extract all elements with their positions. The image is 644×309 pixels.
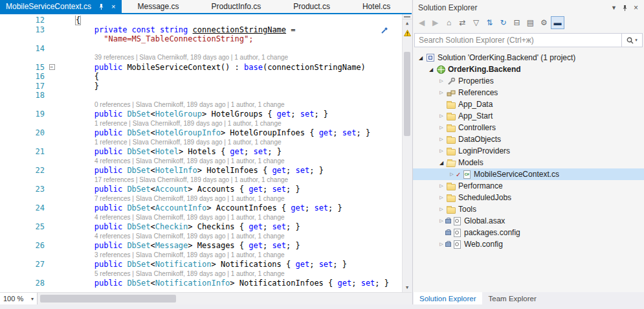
code-text[interactable]: public DbSet<Checkin> Checkins { get; se… bbox=[57, 222, 402, 232]
expand-arrow-icon[interactable]: ▷ bbox=[438, 242, 445, 247]
search-button[interactable]: ▾ bbox=[621, 34, 642, 47]
codelens-text[interactable]: 17 references | Slava Chernikoff, 189 da… bbox=[57, 176, 402, 185]
sync-with-active-document-button[interactable]: ⇅ bbox=[483, 16, 496, 29]
tree-item-solution-orderking-backend-1-project[interactable]: ◢Solution 'OrderKing.Backend' (1 project… bbox=[413, 52, 644, 63]
tree-item-loginproviders[interactable]: ▷LoginProviders bbox=[413, 145, 644, 157]
codelens-text[interactable]: 3 references | Slava Chernikoff, 189 day… bbox=[57, 251, 402, 260]
code-text[interactable]: public DbSet<HotelGroupInfo> HotelGroupI… bbox=[57, 128, 402, 138]
panel-tab-team-explorer[interactable]: Team Explorer bbox=[483, 292, 542, 304]
code-text[interactable]: } bbox=[57, 82, 402, 91]
tree-item-app-start[interactable]: ▷App_Start bbox=[413, 110, 644, 122]
collapse-all-button[interactable]: ⊟ bbox=[510, 16, 524, 29]
close-icon[interactable]: × bbox=[111, 3, 115, 10]
codelens-text[interactable]: 7 references | Slava Chernikoff, 189 day… bbox=[57, 194, 402, 204]
code-text[interactable] bbox=[57, 91, 402, 100]
expand-arrow-icon[interactable]: ▷ bbox=[438, 78, 445, 84]
scroll-up-icon[interactable]: ▲ bbox=[403, 19, 412, 28]
close-icon[interactable]: × bbox=[630, 3, 641, 12]
tree-item-packages-config[interactable]: packages.config bbox=[413, 227, 644, 238]
expand-arrow-icon[interactable]: ▷ bbox=[438, 90, 445, 95]
expand-arrow-icon[interactable]: ▷ bbox=[438, 207, 445, 212]
expand-arrow-icon[interactable]: ▷ bbox=[438, 125, 445, 130]
warning-icon[interactable] bbox=[404, 29, 411, 38]
code-text[interactable]: "Name=MS_TableConnectionString"; bbox=[57, 34, 402, 44]
code-text[interactable]: public MobileServiceContext() : base(con… bbox=[57, 63, 402, 73]
code-text[interactable]: public DbSet<Notification> Notifications… bbox=[57, 260, 402, 269]
tree-item-references[interactable]: ▷References bbox=[413, 87, 644, 98]
expand-arrow-icon[interactable]: ▷ bbox=[438, 113, 445, 119]
folder-icon bbox=[445, 135, 457, 144]
zoom-control[interactable]: 100 % ▾ bbox=[0, 293, 38, 304]
code-text[interactable]: public DbSet<NotificationInfo> Notificat… bbox=[57, 279, 402, 288]
expand-arrow-icon[interactable]: ▷ bbox=[438, 148, 445, 154]
tab-message-cs[interactable]: Message.cs bbox=[122, 0, 195, 13]
tab-hotel-cs[interactable]: Hotel.cs bbox=[346, 0, 406, 13]
tree-item-orderking-backend[interactable]: ◢OrderKing.Backend bbox=[413, 63, 644, 75]
line-number: 12 bbox=[0, 16, 47, 25]
window-menu-icon[interactable]: ▼ bbox=[608, 5, 619, 11]
editor-body[interactable]: 12 {13 private const string connectionSt… bbox=[0, 14, 412, 292]
scroll-down-icon[interactable]: ▼ bbox=[403, 284, 412, 292]
codelens-text[interactable]: 1 reference | Slava Chernikoff, 189 days… bbox=[57, 138, 402, 148]
tree-item-models[interactable]: ◢Models bbox=[413, 157, 644, 168]
pin-icon[interactable] bbox=[619, 5, 630, 12]
codelens-text[interactable]: 5 references | Slava Chernikoff, 189 day… bbox=[57, 269, 402, 279]
properties-button[interactable]: ⚙ bbox=[537, 16, 551, 29]
pin-icon[interactable] bbox=[96, 3, 107, 10]
code-text[interactable]: public DbSet<Account> Accounts { get; se… bbox=[57, 185, 402, 194]
panel-tab-solution-explorer[interactable]: Solution Explorer bbox=[414, 292, 482, 304]
show-all-files-button[interactable]: ▤ bbox=[524, 16, 537, 29]
preview-selected-items-button[interactable]: ▬ bbox=[551, 16, 564, 29]
tab-productinfo-cs[interactable]: ProductInfo.cs bbox=[195, 0, 278, 13]
back-button[interactable]: ◀ bbox=[415, 16, 428, 29]
tree-item-properties[interactable]: ▷Properties bbox=[413, 75, 644, 87]
codelens-text[interactable]: 1 reference | Slava Chernikoff, 189 days… bbox=[57, 119, 402, 129]
tree-item-mobileservicecontext-cs[interactable]: ▷✓C#MobileServiceContext.cs bbox=[413, 168, 644, 180]
code-text[interactable]: public DbSet<HotelInfo> HotelInfoes { ge… bbox=[57, 166, 402, 176]
tree-item-dataobjects[interactable]: ▷DataObjects bbox=[413, 133, 644, 145]
tree-item-web-config[interactable]: ▷Web.config bbox=[413, 238, 644, 250]
codelens-text[interactable]: 4 references | Slava Chernikoff, 189 day… bbox=[57, 157, 402, 166]
search-input[interactable] bbox=[415, 36, 621, 45]
splitter-handle-icon[interactable] bbox=[403, 14, 412, 19]
code-text[interactable]: public DbSet<Hotel> Hotels { get; set; } bbox=[57, 147, 402, 157]
tree-item-app-data[interactable]: App_Data bbox=[413, 98, 644, 110]
editor-vscrollbar[interactable]: ▲ ▼ bbox=[402, 14, 412, 292]
vscrollbar-thumb[interactable] bbox=[404, 52, 410, 136]
codelens-text[interactable]: 0 references | Slava Chernikoff, 189 day… bbox=[57, 100, 402, 110]
expand-arrow-icon[interactable]: ▷ bbox=[438, 218, 445, 223]
code-text[interactable]: { bbox=[57, 72, 402, 82]
code-text[interactable]: { bbox=[57, 16, 402, 25]
editor-hscrollbar[interactable] bbox=[38, 293, 412, 304]
expand-arrow-icon[interactable]: ▷ bbox=[438, 195, 445, 200]
codelens-text[interactable]: 4 references | Slava Chernikoff, 189 day… bbox=[57, 232, 402, 242]
code-text[interactable]: public DbSet<HotelGroup> HotelGroups { g… bbox=[57, 109, 402, 119]
collapse-arrow-icon[interactable]: ◢ bbox=[438, 160, 445, 166]
expand-arrow-icon[interactable]: ▷ bbox=[448, 172, 456, 177]
codelens-text[interactable]: 39 references | Slava Chernikoff, 189 da… bbox=[57, 53, 402, 63]
tab-product-cs[interactable]: Product.cs bbox=[277, 0, 346, 13]
tree-item-tools[interactable]: ▷Tools bbox=[413, 203, 644, 215]
hscrollbar-thumb[interactable] bbox=[40, 295, 176, 303]
home-button[interactable]: ⌂ bbox=[442, 16, 456, 29]
collapse-arrow-icon[interactable]: ◢ bbox=[417, 55, 425, 61]
pending-changes-filter-button[interactable]: ▽ bbox=[469, 16, 483, 29]
tree-item-global-asax[interactable]: ▷Global.asax bbox=[413, 215, 644, 227]
tree-item-controllers[interactable]: ▷Controllers bbox=[413, 122, 644, 133]
collapse-arrow-icon[interactable]: ◢ bbox=[427, 67, 435, 73]
code-text[interactable]: private const string connectionStringNam… bbox=[57, 25, 402, 35]
tab-mobileservicecontext[interactable]: MobileServiceContext.cs × bbox=[0, 0, 122, 13]
code-line: 26 public DbSet<Message> Messages { get;… bbox=[0, 241, 402, 251]
refresh-button[interactable]: ↻ bbox=[496, 16, 510, 29]
expand-arrow-icon[interactable]: ▷ bbox=[438, 137, 445, 142]
forward-button[interactable]: ▶ bbox=[428, 16, 442, 29]
tree-item-performance[interactable]: ▷Performance bbox=[413, 180, 644, 192]
collapse-toggle-icon[interactable]: − bbox=[49, 64, 55, 70]
expand-arrow-icon[interactable]: ▷ bbox=[438, 183, 445, 189]
codelens-text[interactable]: 4 references | Slava Chernikoff, 189 day… bbox=[57, 213, 402, 223]
tree-item-scheduledjobs[interactable]: ▷ScheduledJobs bbox=[413, 192, 644, 203]
code-text[interactable]: public DbSet<Message> Messages { get; se… bbox=[57, 241, 402, 251]
code-text[interactable] bbox=[57, 44, 402, 54]
code-text[interactable]: public DbSet<AccountInfo> AccountInfoes … bbox=[57, 203, 402, 213]
switch-views-button[interactable]: ⇄ bbox=[456, 16, 469, 29]
